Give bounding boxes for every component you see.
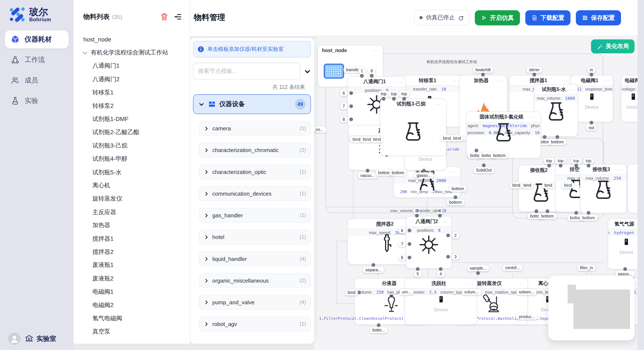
port-dot[interactable]: [547, 164, 551, 167]
node-menu-icon[interactable]: ···: [530, 112, 538, 121]
canvas-node[interactable]: 试剂瓶3-己烷···toptoptop: [380, 98, 446, 156]
tree-item[interactable]: 试剂瓶3-己烷: [74, 139, 190, 152]
port-dot[interactable]: [623, 267, 627, 271]
port-dot[interactable]: [590, 121, 593, 124]
node-menu-icon[interactable]: ···: [450, 167, 458, 176]
port-dot[interactable]: [360, 74, 364, 78]
template-category-hotel[interactable]: hotel(1): [199, 230, 311, 244]
tree-item[interactable]: 主反应器: [74, 205, 190, 219]
port-dot[interactable]: [446, 233, 450, 237]
template-category-characterization_optic[interactable]: characterization_optic(1): [199, 164, 311, 179]
tree-item[interactable]: 真空泵: [74, 325, 190, 338]
tree-group-workstation[interactable]: 有机化学流程综合测试工作站: [74, 46, 190, 59]
port-dot[interactable]: [349, 91, 353, 95]
avatar[interactable]: [8, 333, 21, 345]
tree-item[interactable]: 废液瓶2: [74, 272, 190, 285]
node-menu-icon[interactable]: ···: [395, 77, 402, 86]
node-menu-icon[interactable]: ···: [452, 76, 460, 85]
category-instruments[interactable]: 仪器设备 49: [193, 94, 311, 114]
trash-icon[interactable]: [160, 12, 169, 21]
template-category-robot_agv[interactable]: robot_agv(1): [199, 317, 311, 331]
port-dot[interactable]: [439, 267, 442, 271]
node-menu-icon[interactable]: ···: [616, 165, 624, 174]
search-template-input[interactable]: 搜索节点模板...: [193, 63, 300, 80]
port-dot[interactable]: [590, 73, 593, 76]
port-dot[interactable]: [476, 271, 480, 275]
tree-item[interactable]: 试剂瓶4-甲醇: [74, 152, 190, 166]
refresh-icon[interactable]: [458, 14, 464, 21]
tree-item[interactable]: 氢气电磁阀: [74, 312, 190, 325]
collapse-panel-icon[interactable]: [173, 12, 182, 21]
tree-item[interactable]: 试剂瓶5-水: [74, 166, 190, 179]
tree-item[interactable]: 八通阀门1: [74, 59, 190, 72]
port-dot[interactable]: [408, 256, 411, 259]
port-dot[interactable]: [372, 263, 375, 267]
template-category-liquid_handler[interactable]: liquid_handler(4): [199, 251, 311, 266]
node-menu-icon[interactable]: ···: [466, 279, 474, 288]
port-dot[interactable]: [392, 97, 396, 101]
port-dot[interactable]: [349, 118, 353, 121]
scrollbar-strip[interactable]: [638, 0, 644, 350]
start-simulation-button[interactable]: 开启仿真: [475, 10, 520, 25]
tree-item[interactable]: 电磁阀2: [74, 299, 190, 312]
canvas-node[interactable]: 八通阀门2···positions:8186782354: [406, 216, 452, 269]
node-menu-icon[interactable]: ···: [372, 46, 380, 55]
port-dot[interactable]: [574, 211, 578, 214]
tree-item[interactable]: 离心机: [74, 179, 190, 192]
template-category-camera[interactable]: camera(1): [199, 121, 311, 136]
tree-item-host-node[interactable]: host_node: [74, 33, 190, 46]
port-dot[interactable]: [587, 164, 590, 167]
tree-item[interactable]: 加热器: [74, 219, 190, 232]
template-category-pump_and_valve[interactable]: pump_and_valve(4): [199, 295, 311, 310]
template-category-communication_devices[interactable]: communication_devices(1): [199, 186, 311, 201]
port-dot[interactable]: [534, 209, 538, 213]
canvas-node[interactable]: 固体试剂瓶3-氯化镁···agent:magnesium_chloridephy…: [466, 112, 541, 159]
port-dot[interactable]: [532, 73, 536, 76]
node-menu-icon[interactable]: ···: [436, 99, 443, 108]
tree-item[interactable]: 试剂瓶2-乙酸乙酯: [74, 126, 190, 139]
node-menu-icon[interactable]: ···: [567, 85, 574, 94]
port-dot[interactable]: [454, 195, 457, 199]
tree-item[interactable]: 试剂瓶1-DMF: [74, 113, 190, 126]
tree-item[interactable]: 搅拌器2: [74, 245, 190, 259]
canvas-node[interactable]: 洗脱柱···Devicediameter:2.5column_type:si: [405, 278, 477, 325]
node-menu-icon[interactable]: ···: [561, 76, 568, 85]
port-dot[interactable]: [366, 169, 369, 173]
port-dot[interactable]: [543, 135, 546, 139]
port-dot[interactable]: [446, 255, 450, 259]
sidebar-item-实验[interactable]: 实验: [5, 92, 68, 110]
port-dot[interactable]: [408, 242, 411, 246]
canvas-node[interactable]: 接收瓶3···max_volume:250toptopbottombottom: [580, 164, 627, 213]
tree-item[interactable]: 搅拌器1: [74, 232, 190, 245]
port-dot[interactable]: [587, 211, 590, 214]
port-dot[interactable]: [349, 104, 353, 108]
port-dot[interactable]: [416, 267, 420, 271]
template-category-gas_handler[interactable]: gas_handler(1): [199, 208, 311, 223]
port-dot[interactable]: [415, 214, 419, 217]
tree-item[interactable]: 转移泵1: [74, 86, 190, 99]
port-dot[interactable]: [482, 164, 486, 167]
tree-item[interactable]: 八通阀门2: [74, 73, 190, 86]
tree-item[interactable]: 旋转蒸发仪: [74, 192, 190, 205]
sidebar-item-工作流[interactable]: 工作流: [5, 51, 68, 69]
port-dot[interactable]: [438, 214, 442, 217]
port-dot[interactable]: [382, 97, 386, 101]
template-category-organic_miscellaneous[interactable]: organic_miscellaneous(2): [199, 273, 311, 288]
tree-item[interactable]: 废液瓶1: [74, 259, 190, 272]
port-dot[interactable]: [574, 164, 578, 167]
sidebar-item-仪器耗材[interactable]: 仪器耗材: [5, 30, 68, 48]
port-dot[interactable]: [559, 164, 562, 167]
node-menu-icon[interactable]: ···: [602, 76, 610, 85]
port-dot[interactable]: [377, 324, 380, 327]
port-dot[interactable]: [402, 97, 406, 101]
download-config-button[interactable]: 下载配置: [526, 10, 570, 25]
minimap-panel[interactable]: [548, 276, 635, 341]
port-dot[interactable]: [481, 73, 485, 76]
save-config-button[interactable]: 保存配置: [576, 10, 621, 25]
tree-item[interactable]: 转移泵2: [74, 99, 190, 113]
node-menu-icon[interactable]: ···: [517, 279, 524, 288]
port-dot[interactable]: [556, 135, 559, 139]
node-menu-icon[interactable]: ···: [441, 217, 448, 226]
beautify-layout-button[interactable]: 美化布局: [591, 39, 634, 53]
tree-item[interactable]: 电磁阀1: [74, 285, 190, 298]
